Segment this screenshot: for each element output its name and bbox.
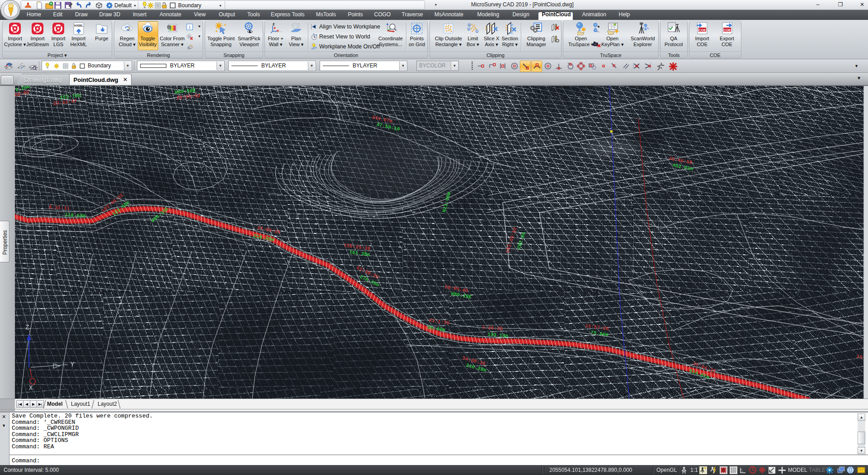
svg-text:HXML: HXML <box>74 24 84 27</box>
svg-text:COE: COE <box>698 28 706 32</box>
svg-text:COE: COE <box>723 28 731 32</box>
svg-text:z: z <box>273 22 275 26</box>
svg-text:0: 0 <box>188 35 190 38</box>
svg-text:1: 1 <box>189 25 191 29</box>
